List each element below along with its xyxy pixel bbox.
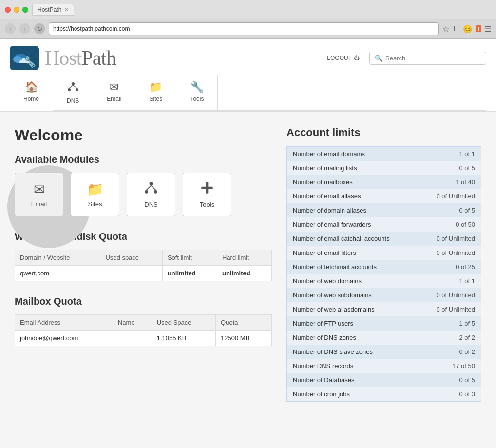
mailbox-quota-table: Email Address Name Used Space Quota john… xyxy=(15,314,272,346)
account-limits: Account limits Number of email domains 1… xyxy=(286,126,481,402)
mailbox-quota-section: Mailbox Quota Email Address Name Used Sp… xyxy=(15,296,272,346)
forward-button[interactable]: › xyxy=(19,23,30,34)
svg-point-3 xyxy=(20,58,29,63)
screen-icon[interactable]: 🖥 xyxy=(452,24,460,33)
limits-value: 2 of 2 xyxy=(420,331,481,345)
limits-label: Number of email filters xyxy=(287,246,420,260)
header-top: 🔧 HostPath LOGOUT ⏻ 🔍 xyxy=(10,39,486,75)
browser-icons: ☆ 🖥 😊 f ☰ xyxy=(442,24,491,34)
limits-value: 0 of 5 xyxy=(420,161,481,175)
limits-label: Number of Databases xyxy=(287,373,420,387)
minimize-button[interactable] xyxy=(14,7,19,13)
svg-point-11 xyxy=(145,190,148,194)
limits-value: 1 of 1 xyxy=(420,274,481,288)
tab-close-button[interactable]: ✕ xyxy=(64,7,69,13)
logo-icon: 🔧 xyxy=(10,46,39,70)
emoji-icon[interactable]: 😊 xyxy=(463,24,473,34)
col-name: Name xyxy=(113,315,152,331)
account-limits-title: Account limits xyxy=(286,126,481,139)
limits-label: Number of email aliases xyxy=(287,189,420,203)
limits-row: Number of email forwarders 0 of 50 xyxy=(287,217,481,232)
browser-toolbar: ‹ › ↻ ☆ 🖥 😊 f ☰ xyxy=(0,19,496,38)
search-box: 🔍 xyxy=(369,52,486,65)
cell-hard-limit: unlimited xyxy=(217,266,271,281)
svg-rect-16 xyxy=(201,187,212,189)
svg-line-14 xyxy=(151,185,155,190)
refresh-button[interactable]: ↻ xyxy=(34,23,45,34)
nav-email[interactable]: ✉ Email xyxy=(93,75,135,110)
module-dns[interactable]: DNS xyxy=(127,173,175,216)
limits-label: Number of fetchmail accounts xyxy=(287,260,420,274)
limits-label: Number of web subdomains xyxy=(287,288,420,302)
cell-domain: qwert.com xyxy=(15,266,100,281)
modules-title: Available Modules xyxy=(15,154,272,165)
modules-grid: ✉ Email 📁 Sites DNS xyxy=(15,173,272,216)
email-icon: ✉ xyxy=(110,81,118,94)
browser-tab[interactable]: HostPath ✕ xyxy=(32,4,74,16)
col-soft-limit: Soft limit xyxy=(162,250,217,266)
limits-label: Number of cron jobs xyxy=(287,387,420,402)
limits-table: Number of email domains 1 of 1 Number of… xyxy=(286,146,481,402)
nav-home-label: Home xyxy=(23,96,39,102)
close-button[interactable] xyxy=(5,7,11,13)
nav-tools[interactable]: 🔧 Tools xyxy=(176,75,218,110)
nav-tools-label: Tools xyxy=(190,96,204,102)
col-used-space: Used space xyxy=(100,250,163,266)
nav-sites[interactable]: 📁 Sites xyxy=(135,75,176,110)
home-icon: 🏠 xyxy=(25,81,38,94)
limits-row: Number of FTP users 1 of 5 xyxy=(287,316,481,331)
module-sites[interactable]: 📁 Sites xyxy=(71,173,119,216)
harddisk-quota-table: Domain / Website Used space Soft limit H… xyxy=(15,250,272,281)
welcome-title: Welcome xyxy=(15,126,272,144)
tools-icon: 🔧 xyxy=(191,81,204,94)
power-icon: ⏻ xyxy=(354,55,360,61)
limits-label: Number of email domains xyxy=(287,147,420,161)
cell-email: johndoe@qwert.com xyxy=(15,331,113,346)
cell-soft-limit: unlimited xyxy=(162,266,217,281)
svg-line-9 xyxy=(73,85,77,88)
limits-value: 0 of Unlimited xyxy=(420,288,481,302)
limits-row: Number of DNS zones 2 of 2 xyxy=(287,331,481,345)
limits-label: Number of web domains xyxy=(287,274,420,288)
flipboard-icon[interactable]: f xyxy=(476,25,481,32)
limits-value: 0 of 5 xyxy=(420,373,481,387)
limits-label: Number DNS records xyxy=(287,359,420,373)
main-content: Welcome Available Modules ✉ Email 📁 Site… xyxy=(0,112,496,416)
cell-used-space xyxy=(100,266,163,281)
limits-label: Number of DNS slave zones xyxy=(287,345,420,359)
col-email: Email Address xyxy=(15,315,113,331)
back-button[interactable]: ‹ xyxy=(5,23,16,34)
logout-button[interactable]: LOGOUT ⏻ xyxy=(327,55,360,61)
limits-label: Number of DNS zones xyxy=(287,331,420,345)
header-right: LOGOUT ⏻ 🔍 xyxy=(327,52,486,65)
limits-row: Number of email catchall accounts 0 of U… xyxy=(287,232,481,246)
nav-dns[interactable]: DNS xyxy=(53,75,93,110)
cell-used-space: 1.1055 KB xyxy=(152,331,215,346)
nav-sites-label: Sites xyxy=(150,96,163,102)
col-used-space: Used Space xyxy=(152,315,215,331)
module-tools[interactable]: Tools xyxy=(183,173,231,216)
limits-label: Number of domain aliases xyxy=(287,203,420,217)
col-quota: Quota xyxy=(216,315,272,331)
limits-value: 17 of 50 xyxy=(420,359,481,373)
cell-quota: 12500 MB xyxy=(216,331,272,346)
menu-icon[interactable]: ☰ xyxy=(484,24,491,34)
address-bar[interactable] xyxy=(49,22,439,35)
nav-home[interactable]: 🏠 Home xyxy=(10,75,53,111)
module-email[interactable]: ✉ Email xyxy=(15,173,63,216)
svg-point-10 xyxy=(150,182,153,185)
module-dns-icon xyxy=(144,181,158,198)
search-icon: 🔍 xyxy=(375,55,382,62)
search-input[interactable] xyxy=(385,55,481,62)
dns-icon xyxy=(67,81,79,96)
limits-value: 0 of Unlimited xyxy=(420,302,481,316)
limits-value: 0 of 2 xyxy=(420,345,481,359)
svg-line-8 xyxy=(69,85,73,88)
limits-row: Number of web subdomains 0 of Unlimited xyxy=(287,288,481,302)
bookmark-icon[interactable]: ☆ xyxy=(442,24,449,34)
maximize-button[interactable] xyxy=(22,7,28,13)
limits-row: Number of web domains 1 of 1 xyxy=(287,274,481,288)
module-email-icon: ✉ xyxy=(34,181,45,197)
limits-label: Number of FTP users xyxy=(287,316,420,331)
limits-row: Number of mailboxes 1 of 40 xyxy=(287,175,481,189)
